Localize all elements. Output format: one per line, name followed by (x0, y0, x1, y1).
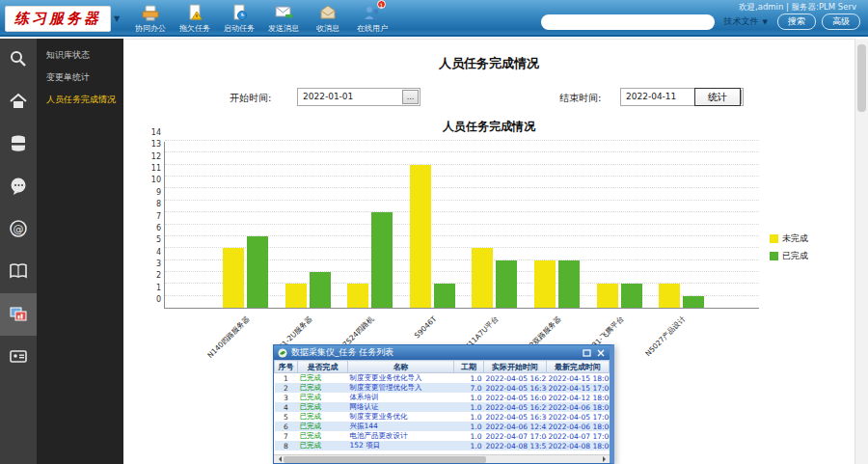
statistics-button[interactable]: 统计 (694, 88, 741, 106)
bar-未完成[interactable] (534, 260, 556, 308)
y-axis-tick-label: 1 (138, 284, 161, 292)
advanced-search-button[interactable]: 高级 (822, 14, 860, 30)
scroll-right-icon[interactable] (603, 456, 609, 462)
page-scrollbar[interactable] (854, 39, 868, 464)
table-cell: 8 (275, 441, 298, 450)
table-row[interactable]: 2已完成制度变更管理优化导入7.02022-04-05 16:362022-04… (275, 383, 610, 393)
y-axis-tick-label: 5 (138, 235, 161, 244)
task-name-link[interactable]: 制度变更业务优化 (348, 412, 454, 422)
sidebar-item[interactable]: 人员任务完成情况 (37, 89, 123, 111)
bar-已完成[interactable] (371, 212, 393, 308)
table-cell: 2022-04-05 16:36 (484, 383, 547, 393)
rail-item-report-icon[interactable] (0, 293, 37, 336)
y-axis-tick-label: 4 (138, 248, 161, 257)
task-name-link[interactable]: 体系培训 (348, 393, 454, 402)
rail-item-database-icon[interactable] (0, 123, 37, 166)
sidebar-item[interactable]: 变更单统计 (37, 67, 123, 89)
nav-item[interactable]: 1在线用户 (350, 3, 394, 34)
close-button[interactable] (595, 348, 606, 358)
table-cell: 2022-04-06 12:42 (484, 422, 547, 431)
column-header[interactable]: 实际开始时间 (484, 361, 547, 373)
table-cell: 已完成 (298, 431, 348, 441)
bar-已完成[interactable] (434, 284, 455, 308)
start-date-picker-button[interactable]: ... (402, 90, 419, 104)
rail-item-search-icon[interactable] (0, 39, 37, 81)
table-cell: 2022-04-08 18:00 (547, 441, 610, 450)
table-cell: 1 (275, 373, 298, 384)
popup-scrollbar-thumb[interactable] (284, 456, 486, 463)
bar-已完成[interactable] (683, 296, 704, 308)
x-axis-category-label[interactable]: N140四路服务器 (190, 314, 252, 376)
nav-item[interactable]: 发送消息 (261, 3, 306, 34)
end-time-label: 结束时间: (559, 92, 601, 105)
bar-已完成[interactable] (558, 260, 580, 308)
task-name-link[interactable]: 制度变更业务优化导入 (348, 373, 454, 384)
popup-horizontal-scrollbar[interactable] (274, 454, 610, 463)
logo-dropdown-caret-icon[interactable]: ▼ (114, 14, 120, 23)
window-titlebar[interactable]: 数据采集仪_任务 任务列表 (274, 345, 610, 360)
nav-item[interactable]: 收消息 (306, 3, 350, 34)
bar-未完成[interactable] (410, 165, 431, 308)
task-name-link[interactable]: 网络认证 (348, 402, 454, 412)
app-logo[interactable]: 练习服务器 ▼ (5, 6, 120, 32)
table-cell: 6 (275, 422, 298, 431)
scrollbar-thumb[interactable] (857, 44, 866, 112)
table-row[interactable]: 1已完成制度变更业务优化导入1.02022-04-05 16:222022-04… (275, 373, 610, 384)
legend-label: 未完成 (782, 232, 808, 245)
bar-未完成[interactable] (285, 284, 307, 308)
bar-已完成[interactable] (247, 236, 268, 308)
sidebar-item[interactable]: 知识库状态 (37, 44, 123, 67)
column-header[interactable]: 是否完成 (298, 361, 348, 373)
search-category-select[interactable]: 技术文件 ▼ (720, 15, 772, 28)
task-name-link[interactable]: 电池产品更改设计 (348, 431, 454, 441)
office-desk-icon (139, 3, 162, 22)
search-input[interactable] (541, 14, 715, 30)
y-axis-tick-label: 11 (138, 164, 161, 173)
task-name-link[interactable]: 152 项目 (348, 441, 454, 450)
column-header[interactable]: 序号 (275, 361, 298, 373)
table-row[interactable]: 8已完成152 项目1.02022-04-08 13:522022-04-08 … (275, 441, 610, 450)
online-users-icon: 1 (361, 3, 384, 22)
nav-item[interactable]: 协同办公 (128, 3, 173, 34)
overdue-task-icon (183, 3, 206, 22)
column-header[interactable]: 最新完成时间 (547, 361, 610, 373)
task-name-link[interactable]: 制度变更管理优化导入 (348, 383, 454, 393)
bar-未完成[interactable] (659, 284, 680, 308)
nav-item[interactable]: 启动任务 (217, 3, 261, 34)
bar-未完成[interactable] (223, 248, 244, 308)
search-button[interactable]: 搜索 (777, 14, 816, 30)
bar-未完成[interactable] (347, 284, 368, 308)
rail-item-home-icon[interactable] (0, 81, 37, 123)
y-axis-tick-label: 8 (138, 200, 161, 208)
home-icon (9, 92, 28, 113)
chart-plot-area: 01234567891011121314N140四路服务器N31-2U服务器N0… (164, 142, 759, 309)
column-header[interactable]: 名称 (348, 361, 454, 373)
minimize-button[interactable] (582, 348, 592, 358)
bar-已完成[interactable] (621, 284, 642, 308)
bar-未完成[interactable] (472, 248, 493, 308)
task-name-link[interactable]: 兴振144 (348, 422, 454, 431)
bar-未完成[interactable] (597, 284, 618, 308)
table-row[interactable]: 5已完成制度变更业务优化1.02022-04-05 16:362022-04-0… (275, 412, 610, 422)
gridline (165, 151, 759, 152)
rail-item-book-icon[interactable] (0, 251, 37, 293)
table-row[interactable]: 7已完成电池产品更改设计1.02022-04-07 17:042022-04-0… (275, 431, 610, 441)
bar-group (659, 284, 704, 308)
bar-已完成[interactable] (496, 260, 517, 308)
table-row[interactable]: 6已完成兴振1441.02022-04-06 12:422022-04-06 1… (275, 422, 610, 431)
rail-item-id-card-icon[interactable] (0, 336, 37, 378)
top-nav: 协同办公拖欠任务启动任务发送消息收消息1在线用户 (128, 3, 394, 34)
inbox-message-icon (316, 3, 339, 22)
table-row[interactable]: 3已完成体系培训1.02022-04-05 16:002022-04-12 18… (275, 393, 610, 402)
bar-已完成[interactable] (310, 272, 331, 308)
rail-item-chat-icon[interactable] (0, 166, 37, 208)
table-cell: 2022-04-05 16:22 (484, 373, 547, 384)
nav-item-label: 拖欠任务 (179, 23, 210, 34)
nav-item[interactable]: 拖欠任务 (173, 3, 217, 34)
table-row[interactable]: 4已完成网络认证1.02022-04-05 16:292022-04-06 18… (275, 402, 610, 412)
scroll-left-icon[interactable] (276, 456, 282, 462)
column-header[interactable]: 工期 (454, 361, 484, 373)
rail-item-at-circle-icon[interactable]: @ (0, 208, 37, 251)
x-axis-category-label[interactable]: N5027产品设计 (627, 314, 689, 376)
start-date-input[interactable]: 2022-01-01 ... (297, 88, 420, 106)
